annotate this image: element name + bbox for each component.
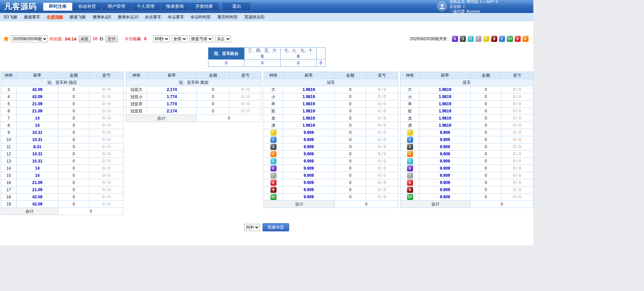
nav-tab[interactable]: 报表查询 xyxy=(160,2,189,11)
bet-row: 1621.0900 / 0 xyxy=(1,179,124,186)
summary-tab[interactable]: 七、八、九、十名 xyxy=(280,48,316,60)
odds-value[interactable]: 9.909 xyxy=(420,143,471,151)
summary-value[interactable]: 0 xyxy=(280,60,316,67)
profit-loss-value: 0 / 0 xyxy=(501,151,533,158)
ball-6: 6 xyxy=(407,165,413,171)
odds-value[interactable]: 9.909 xyxy=(420,165,471,172)
game-nav-item[interactable]: 欢乐赛车 xyxy=(145,14,161,20)
odds-value[interactable]: 1.9819 xyxy=(283,108,335,115)
batch-replenish-button[interactable]: 批量补货 xyxy=(263,223,289,231)
amount-value: 0 xyxy=(471,165,501,172)
odds-value[interactable]: 21.09 xyxy=(17,108,58,115)
summary-tab[interactable]: 冠、亚车组合 xyxy=(208,48,244,60)
game-nav-item[interactable]: 英国快乐彩 xyxy=(244,14,265,20)
online-members: 在线会员: 网页端: 1 + APP: 0 xyxy=(450,0,498,4)
scope-select[interactable]: 全部 xyxy=(172,35,187,42)
odds-value[interactable]: 9.909 xyxy=(283,186,335,194)
pause-button[interactable]: 暂停 xyxy=(106,36,118,42)
odds-value[interactable]: 1.9819 xyxy=(420,122,471,129)
odds-value[interactable]: 1.9819 xyxy=(283,86,335,93)
odds-value[interactable]: 2.174 xyxy=(147,86,197,93)
odds-value[interactable]: 9.909 xyxy=(283,136,335,143)
odds-value[interactable]: 1.9819 xyxy=(283,122,335,129)
odds-value[interactable]: 9.909 xyxy=(420,194,471,201)
game-nav-item[interactable]: SG飞艇 xyxy=(3,14,17,20)
odds-value[interactable]: 1.9819 xyxy=(283,115,335,122)
nav-tab[interactable]: 用户管理 xyxy=(101,2,131,11)
odds-value[interactable]: 1.9819 xyxy=(283,93,335,101)
odds-value[interactable]: 9.909 xyxy=(283,165,335,172)
odds-value[interactable]: 1.774 xyxy=(147,101,197,108)
odds-value[interactable]: 14 xyxy=(17,172,58,179)
replenish-mode-select[interactable]: 内补 xyxy=(244,224,260,231)
game-nav-item[interactable]: 澳洲幸运10 xyxy=(117,14,138,20)
odds-value[interactable]: 10.31 xyxy=(17,136,58,143)
odds-value[interactable]: 9.909 xyxy=(420,151,471,158)
odds-value[interactable]: 9.909 xyxy=(420,186,471,194)
odds-value[interactable]: 10.31 xyxy=(17,151,58,158)
odds-value[interactable]: 1.9819 xyxy=(420,115,471,122)
occupy-select[interactable]: 实占 xyxy=(215,35,231,42)
game-nav-item[interactable]: 幸运时时彩 xyxy=(190,14,211,20)
odds-value[interactable]: 9.909 xyxy=(283,158,335,165)
odds-value[interactable]: 9.909 xyxy=(420,158,471,165)
sort-select[interactable]: 按盈亏排 xyxy=(189,35,213,42)
profit-loss-value: 0 / 0 xyxy=(366,93,398,101)
nav-tab[interactable]: 即时注单 xyxy=(43,2,72,11)
odds-value[interactable]: 21.09 xyxy=(17,101,58,108)
odds-value[interactable]: 2.174 xyxy=(147,108,197,115)
profit-loss-value: 0 / 0 xyxy=(90,186,124,194)
game-nav-item[interactable]: 重庆时时彩 xyxy=(217,14,238,20)
odds-value[interactable]: 9.909 xyxy=(283,151,335,158)
odds-value[interactable]: 10.31 xyxy=(17,129,58,136)
game-nav-item[interactable]: 极速赛车 xyxy=(24,14,40,20)
summary-value[interactable]: 0 xyxy=(244,60,280,67)
odds-value[interactable]: 9.909 xyxy=(420,136,471,143)
odds-value[interactable]: 14 xyxy=(17,165,58,172)
odds-value[interactable]: 14 xyxy=(17,115,58,122)
summary-extra-value[interactable]: 0 xyxy=(316,60,325,67)
odds-value[interactable]: 8.31 xyxy=(17,143,58,151)
odds-value[interactable]: 42.09 xyxy=(17,93,58,101)
refresh-button[interactable]: 刷新 xyxy=(79,36,91,42)
odds-value[interactable]: 9.909 xyxy=(283,194,335,201)
nav-tab[interactable]: 退出 xyxy=(222,2,251,11)
game-nav-item[interactable]: 幸运赛车 xyxy=(168,14,184,20)
nav-tab[interactable]: 个人管理 xyxy=(131,2,160,11)
interval-select[interactable]: 60秒 xyxy=(153,35,170,42)
period-select[interactable]: 20250820036期 xyxy=(11,35,48,42)
odds-value[interactable]: 10.31 xyxy=(17,158,58,165)
home-icon[interactable] xyxy=(3,36,9,41)
summary-tab[interactable]: 三、四、五、六名 xyxy=(244,48,280,60)
odds-value[interactable]: 42.09 xyxy=(17,201,58,208)
odds-value[interactable]: 9.909 xyxy=(283,172,335,179)
odds-value[interactable]: 42.09 xyxy=(17,194,58,201)
odds-value[interactable]: 9.909 xyxy=(283,129,335,136)
odds-value[interactable]: 21.09 xyxy=(17,186,58,194)
odds-value[interactable]: 9.909 xyxy=(420,129,471,136)
odds-value[interactable]: 9.909 xyxy=(283,179,335,186)
amount-value: 0 xyxy=(471,108,501,115)
odds-value[interactable]: 1.9819 xyxy=(420,93,471,101)
game-nav-item[interactable]: 澳洲幸运5 xyxy=(92,14,111,20)
odds-value[interactable]: 1.9819 xyxy=(420,101,471,108)
odds-value[interactable]: 1.9819 xyxy=(420,86,471,93)
game-nav-item[interactable]: 幸運飛艇 xyxy=(47,14,63,20)
odds-value[interactable]: 1.9819 xyxy=(420,108,471,115)
nav-tab[interactable]: 自动补货 xyxy=(72,2,101,11)
game-nav-item[interactable]: 极速飞艇 xyxy=(69,14,86,20)
odds-value[interactable]: 9.909 xyxy=(420,172,471,179)
amount-value: 0 xyxy=(471,158,501,165)
summary-value[interactable]: 0 xyxy=(208,60,244,67)
odds-value[interactable]: 9.909 xyxy=(283,143,335,151)
odds-value[interactable]: 21.09 xyxy=(17,179,58,186)
bet-kind: 10 xyxy=(1,136,17,143)
bet-kind: 5 xyxy=(400,158,420,165)
odds-value[interactable]: 9.909 xyxy=(420,179,471,186)
odds-value[interactable]: 14 xyxy=(17,122,58,129)
odds-value[interactable]: 1.9819 xyxy=(283,101,335,108)
odds-value[interactable]: 42.09 xyxy=(17,86,58,93)
nav-tab[interactable]: 开奖结果 xyxy=(189,2,219,11)
bet-row: 1842.0900 / 0 xyxy=(1,194,124,201)
odds-value[interactable]: 1.774 xyxy=(147,93,197,101)
